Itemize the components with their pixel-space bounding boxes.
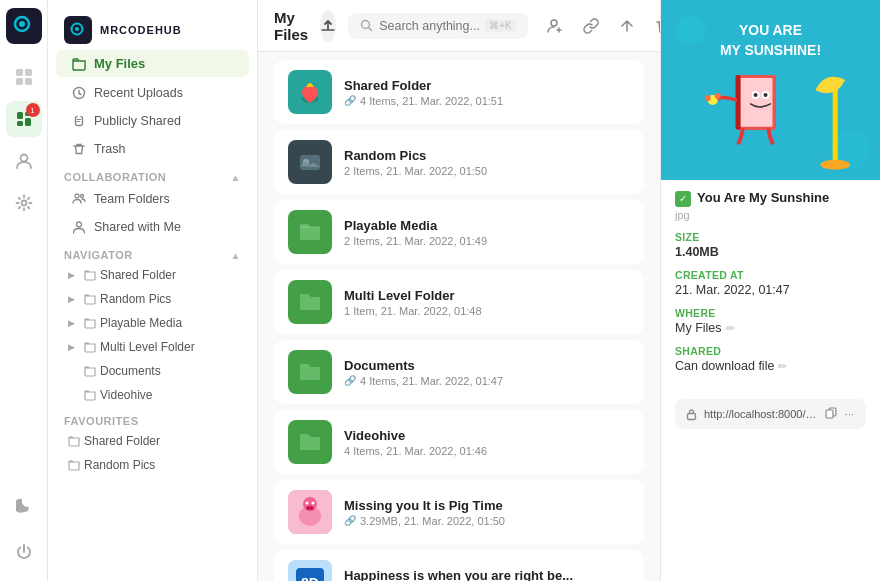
fav-random-pics[interactable]: Random Pics — [56, 454, 249, 476]
detail-created-section: Created at 21. Mar. 2022, 01:47 — [675, 269, 866, 297]
shared-edit-icon[interactable]: ✏ — [778, 360, 787, 373]
nav-multi-level-label: Multi Level Folder — [100, 340, 195, 354]
file-info: Shared Folder 🔗 4 Items, 21. Mar. 2022, … — [344, 78, 630, 107]
recent-uploads-label: Recent Uploads — [94, 86, 183, 100]
created-label: Created at — [675, 269, 866, 281]
favourites-section: Favourites — [48, 407, 257, 429]
nav-shared-folder[interactable]: ▶ Shared Folder — [56, 264, 249, 286]
nav-documents[interactable]: Documents — [56, 360, 249, 382]
svg-rect-9 — [17, 121, 23, 126]
svg-point-61 — [705, 95, 711, 101]
svg-point-17 — [77, 222, 82, 227]
svg-point-36 — [308, 507, 310, 509]
search-input[interactable] — [379, 19, 479, 33]
link-button[interactable] — [576, 11, 606, 41]
svg-point-59 — [764, 93, 768, 97]
link-icon: 🔗 — [344, 515, 356, 526]
svg-text:YOU ARE: YOU ARE — [739, 22, 802, 38]
nav-icon-grid[interactable] — [6, 59, 42, 95]
svg-point-13 — [75, 27, 79, 31]
sidebar-bottom-icons — [6, 484, 42, 573]
fav-shared-folder-label: Shared Folder — [84, 434, 160, 448]
shared-with-me-item[interactable]: Shared with Me — [56, 214, 249, 240]
share-button[interactable] — [612, 11, 642, 41]
file-item[interactable]: Multi Level Folder 1 Item, 21. Mar. 2022… — [274, 270, 644, 334]
file-item[interactable]: 8D Happiness is when you are right be...… — [274, 550, 644, 581]
file-name: Playable Media — [344, 218, 630, 233]
svg-point-10 — [20, 155, 27, 162]
file-icon-videohive — [288, 420, 332, 464]
detail-filename: You Are My Sunshine — [697, 190, 829, 205]
collaboration-section: Collaboration ▲ — [48, 163, 257, 185]
my-files-item[interactable]: My Files — [56, 50, 249, 77]
right-panel: YOU ARE MY SUNSHINE! ✓ You Are My Sunshi… — [660, 0, 880, 581]
svg-point-50 — [676, 15, 706, 45]
where-edit-icon[interactable]: ✏ — [726, 322, 735, 335]
svg-point-64 — [820, 160, 850, 170]
file-icon-happiness: 8D — [288, 560, 332, 581]
nav-icon-settings[interactable] — [6, 185, 42, 221]
svg-rect-69 — [826, 410, 833, 418]
nav-icon-files[interactable]: 1 — [6, 101, 42, 137]
created-value: 21. Mar. 2022, 01:47 — [675, 283, 866, 297]
svg-point-27 — [308, 83, 312, 87]
file-meta: 1 Item, 21. Mar. 2022, 01:48 — [344, 305, 630, 317]
file-icon-pig — [288, 490, 332, 534]
file-item[interactable]: Missing you It is Pig Time 🔗 3.29MB, 21.… — [274, 480, 644, 544]
nav-icon-moon[interactable] — [6, 487, 42, 523]
app-logo-icon — [6, 8, 42, 44]
svg-point-19 — [551, 20, 557, 26]
publicly-shared-item[interactable]: Publicly Shared — [56, 108, 249, 134]
file-item[interactable]: Playable Media 2 Items, 21. Mar. 2022, 0… — [274, 200, 644, 264]
trash-item[interactable]: Trash — [56, 136, 249, 162]
svg-point-34 — [312, 502, 315, 505]
main-content: My Files ⌘+K — [258, 0, 660, 581]
svg-point-58 — [754, 93, 758, 97]
file-item[interactable]: Shared Folder 🔗 4 Items, 21. Mar. 2022, … — [274, 60, 644, 124]
nav-shared-folder-label: Shared Folder — [100, 268, 176, 282]
team-folders-item[interactable]: Team Folders — [56, 186, 249, 212]
nav-playable-media[interactable]: ▶ Playable Media — [56, 312, 249, 334]
file-meta: 🔗 3.29MB, 21. Mar. 2022, 01:50 — [344, 515, 630, 527]
copy-link-button[interactable] — [823, 405, 839, 423]
file-item[interactable]: Videohive 4 Items, 21. Mar. 2022, 01:46 — [274, 410, 644, 474]
nav-random-pics[interactable]: ▶ Random Pics — [56, 288, 249, 310]
svg-point-62 — [715, 93, 721, 99]
file-name: Shared Folder — [344, 78, 630, 93]
nav-icon-users[interactable] — [6, 143, 42, 179]
recent-uploads-item[interactable]: Recent Uploads — [56, 80, 249, 106]
svg-rect-4 — [16, 78, 23, 85]
svg-rect-28 — [300, 155, 320, 170]
chevron-icon: ▶ — [68, 270, 80, 280]
upload-button[interactable] — [320, 10, 336, 42]
file-icon-shared-folder — [288, 70, 332, 114]
share-link-row: http://localhost:8000/share... ··· — [675, 399, 866, 429]
collapse-navigator[interactable]: ▲ — [231, 250, 241, 261]
lock-icon — [685, 408, 698, 421]
left-panel-header: MRCODEHUB — [48, 8, 257, 48]
collapse-collaboration[interactable]: ▲ — [231, 172, 241, 183]
file-icon-playable-media — [288, 210, 332, 254]
file-name: Missing you It is Pig Time — [344, 498, 630, 513]
page-title: My Files — [274, 9, 308, 43]
nav-multi-level[interactable]: ▶ Multi Level Folder — [56, 336, 249, 358]
file-icon-documents — [288, 350, 332, 394]
file-info: Playable Media 2 Items, 21. Mar. 2022, 0… — [344, 218, 630, 247]
trash-label: Trash — [94, 142, 126, 156]
fav-random-pics-label: Random Pics — [84, 458, 155, 472]
file-info: Missing you It is Pig Time 🔗 3.29MB, 21.… — [344, 498, 630, 527]
add-user-button[interactable] — [540, 11, 570, 41]
file-info: Multi Level Folder 1 Item, 21. Mar. 2022… — [344, 288, 630, 317]
file-item[interactable]: Documents 🔗 4 Items, 21. Mar. 2022, 01:4… — [274, 340, 644, 404]
svg-rect-3 — [25, 69, 32, 76]
fav-shared-folder[interactable]: Shared Folder — [56, 430, 249, 452]
file-details: ✓ You Are My Sunshine jpg Size 1.40MB Cr… — [661, 180, 880, 393]
file-icon-random-pics — [288, 140, 332, 184]
search-shortcut: ⌘+K — [485, 19, 516, 32]
svg-rect-55 — [736, 75, 741, 130]
where-value: My Files ✏ — [675, 321, 866, 335]
nav-videohive[interactable]: Videohive — [56, 384, 249, 406]
more-actions-button[interactable]: ··· — [843, 405, 856, 423]
nav-icon-power[interactable] — [6, 534, 42, 570]
file-item[interactable]: Random Pics 2 Items, 21. Mar. 2022, 01:5… — [274, 130, 644, 194]
